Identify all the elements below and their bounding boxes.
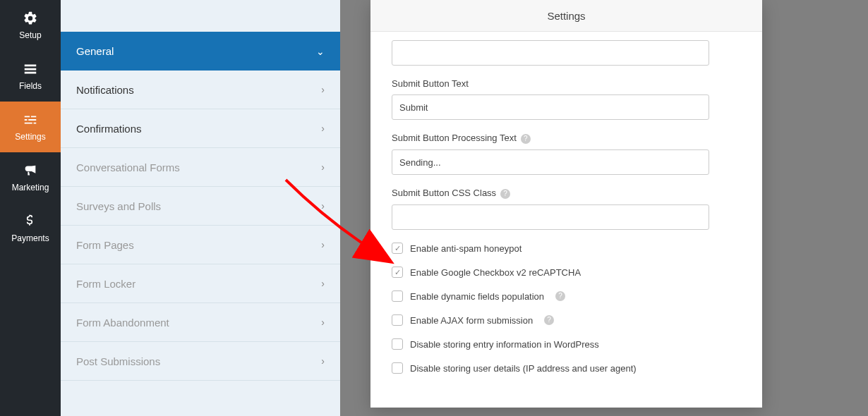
cb-row-disable-user[interactable]: Disable storing user details (IP address…: [392, 362, 741, 374]
chevron-down-icon: ⌄: [316, 46, 325, 57]
nav-rail: Setup Fields Settings Marketing Payments: [0, 0, 61, 416]
panel-item-general[interactable]: General ⌄: [61, 32, 340, 71]
panel-item-notifications[interactable]: Notifications ›: [61, 71, 340, 109]
cb-row-ajax[interactable]: Enable AJAX form submission ?: [392, 314, 741, 326]
cb-row-dynamic[interactable]: Enable dynamic fields population ?: [392, 290, 741, 302]
list-icon: [23, 61, 38, 77]
nav-payments[interactable]: Payments: [0, 203, 61, 254]
submit-text-input[interactable]: [392, 94, 709, 120]
blank-input[interactable]: [392, 40, 709, 66]
cb-row-disable-entry[interactable]: Disable storing entry information in Wor…: [392, 338, 741, 350]
cb-row-recaptcha[interactable]: Enable Google Checkbox v2 reCAPTCHA: [392, 267, 741, 278]
nav-settings[interactable]: Settings: [0, 102, 61, 152]
nav-marketing[interactable]: Marketing: [0, 152, 61, 203]
cb-label: Enable Google Checkbox v2 reCAPTCHA: [410, 267, 581, 278]
processing-label: Submit Button Processing Text?: [392, 133, 741, 144]
nav-label: Fields: [19, 81, 42, 91]
chevron-right-icon: ›: [321, 84, 325, 95]
panel-label: Notifications: [76, 84, 134, 96]
nav-label: Payments: [11, 233, 49, 243]
dollar-icon: [23, 214, 38, 229]
chevron-right-icon: ›: [321, 123, 325, 134]
field-blank: [392, 40, 741, 66]
nav-label: Settings: [15, 132, 45, 142]
panel-label: Surveys and Polls: [76, 200, 161, 212]
nav-label: Setup: [19, 30, 41, 40]
checkbox-icon[interactable]: [392, 290, 403, 302]
checkbox-icon[interactable]: [392, 314, 403, 326]
nav-fields[interactable]: Fields: [0, 51, 61, 102]
field-processing-text: Submit Button Processing Text?: [392, 133, 741, 175]
css-input[interactable]: [392, 204, 709, 230]
help-icon[interactable]: ?: [521, 134, 531, 144]
help-icon[interactable]: ?: [555, 291, 565, 301]
panel-label: Post Submissions: [76, 355, 160, 367]
nav-label: Marketing: [12, 183, 49, 192]
nav-setup[interactable]: Setup: [0, 0, 61, 51]
panel-item-abandonment[interactable]: Form Abandonment ›: [61, 303, 340, 342]
settings-panel: General ⌄ Notifications › Confirmations …: [61, 0, 340, 416]
cb-label: Enable anti-spam honeypot: [410, 243, 522, 254]
help-icon[interactable]: ?: [500, 189, 510, 199]
chevron-right-icon: ›: [321, 355, 325, 367]
checkbox-icon[interactable]: [392, 267, 403, 278]
cb-label: Disable storing entry information in Wor…: [410, 339, 599, 350]
help-icon[interactable]: ?: [544, 315, 554, 325]
checkbox-icon[interactable]: [392, 243, 403, 254]
chevron-right-icon: ›: [321, 317, 325, 328]
panel-item-formlocker[interactable]: Form Locker ›: [61, 264, 340, 303]
panel-label: General: [76, 45, 114, 57]
checkbox-icon[interactable]: [392, 338, 403, 350]
panel-label: Confirmations: [76, 123, 142, 135]
submit-text-label: Submit Button Text: [392, 78, 741, 89]
field-submit-text: Submit Button Text: [392, 78, 741, 120]
field-css-class: Submit Button CSS Class?: [392, 188, 741, 230]
chevron-right-icon: ›: [321, 278, 325, 289]
cb-label: Enable AJAX form submission: [410, 315, 533, 326]
modal-body: Submit Button Text Submit Button Process…: [370, 32, 762, 400]
sliders-icon: [23, 112, 38, 128]
panel-label: Form Abandonment: [76, 317, 169, 329]
cb-label: Disable storing user details (IP address…: [410, 363, 637, 374]
panel-item-conversational[interactable]: Conversational Forms ›: [61, 148, 340, 187]
panel-item-surveys[interactable]: Surveys and Polls ›: [61, 187, 340, 226]
settings-modal: Settings Submit Button Text Submit Butto…: [370, 0, 762, 408]
chevron-right-icon: ›: [321, 239, 325, 250]
cb-label: Enable dynamic fields population: [410, 291, 544, 302]
gear-icon: [23, 11, 38, 26]
panel-item-postsubmissions[interactable]: Post Submissions ›: [61, 342, 340, 381]
chevron-right-icon: ›: [321, 161, 325, 173]
modal-title: Settings: [370, 0, 762, 32]
css-label: Submit Button CSS Class?: [392, 188, 741, 199]
panel-item-confirmations[interactable]: Confirmations ›: [61, 109, 340, 148]
panel-item-formpages[interactable]: Form Pages ›: [61, 226, 340, 264]
checkbox-icon[interactable]: [392, 362, 403, 374]
cb-row-honeypot[interactable]: Enable anti-spam honeypot: [392, 243, 741, 254]
panel-label: Form Locker: [76, 278, 135, 290]
bullhorn-icon: [23, 163, 38, 178]
panel-label: Form Pages: [76, 239, 134, 251]
panel-label: Conversational Forms: [76, 161, 180, 173]
chevron-right-icon: ›: [321, 200, 325, 212]
processing-input[interactable]: [392, 149, 709, 175]
